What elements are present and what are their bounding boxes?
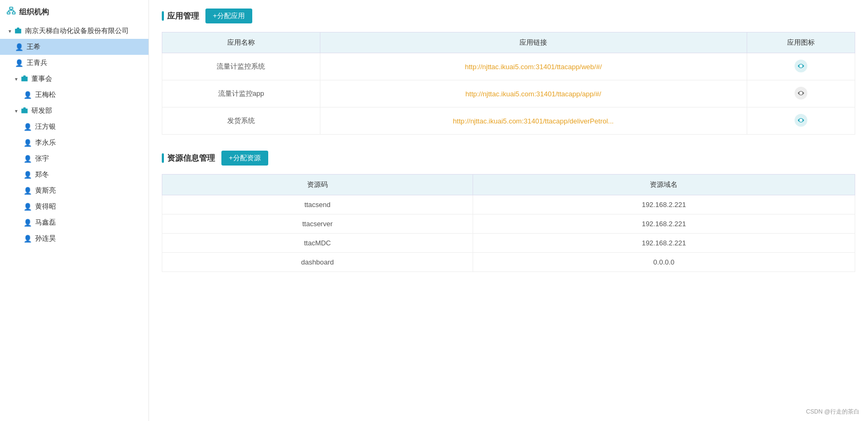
arrow-icon: ▾ [15, 76, 18, 82]
sidebar-item-zhengdong[interactable]: 👤 郑冬 [0, 167, 148, 183]
resource-management-title: 资源信息管理 [162, 153, 215, 163]
arrow-icon: ▾ [9, 28, 11, 34]
user-label: 汪方银 [35, 122, 56, 131]
col-app-icon: 应用图标 [747, 32, 855, 53]
sidebar-item-huangdezhao[interactable]: 👤 黄得昭 [0, 199, 148, 214]
org-label: 董事会 [31, 74, 52, 84]
sidebar-item-zhangyu[interactable]: 👤 张宇 [0, 151, 148, 167]
sidebar: 组织机构 ▾ 南京天梯自动化设备股份有限公司 👤 王希 👤 王青兵 ▾ 董事会 … [0, 0, 149, 421]
app-management-title: 应用管理 [162, 11, 199, 21]
resource-management-header: 资源信息管理 +分配资源 [162, 151, 855, 166]
svg-rect-2 [12, 12, 15, 14]
sidebar-item-wangmeisong[interactable]: 👤 王梅松 [0, 87, 148, 103]
col-app-link: 应用链接 [320, 32, 747, 53]
building-icon [14, 27, 22, 36]
org-icon [21, 75, 28, 84]
app-table-header-row: 应用名称 应用链接 应用图标 [162, 32, 855, 53]
assign-app-button[interactable]: +分配应用 [205, 9, 252, 23]
company-name: 南京天梯自动化设备股份有限公司 [25, 26, 129, 36]
user-icon: 👤 [23, 187, 32, 195]
user-label: 王青兵 [27, 58, 47, 68]
user-icon: 👤 [15, 43, 23, 51]
resource-domain-cell: 192.168.2.221 [473, 234, 855, 253]
user-label: 王梅松 [35, 90, 56, 100]
app-name-cell: 发货系统 [162, 108, 320, 135]
app-name-cell: 流量计监控app [162, 80, 320, 108]
resource-domain-cell: 192.168.2.221 [473, 214, 855, 234]
app-icon-img [793, 86, 808, 101]
resource-table-header-row: 资源码 资源域名 [162, 175, 855, 195]
org-header-icon [6, 6, 16, 18]
app-icon-img [793, 59, 808, 73]
resource-domain-cell: 0.0.0.0 [473, 253, 855, 272]
user-label: 张宇 [35, 154, 49, 163]
app-icon-cell [747, 53, 855, 80]
watermark: CSDN @行走的茶白 [806, 408, 859, 416]
sidebar-title: 组织机构 [19, 7, 49, 17]
table-row: ttacMDC 192.168.2.221 [162, 234, 855, 253]
app-icon-cell [747, 80, 855, 108]
col-app-name: 应用名称 [162, 32, 320, 53]
assign-resource-button[interactable]: +分配资源 [221, 151, 268, 166]
sidebar-item-wangfangyin[interactable]: 👤 汪方银 [0, 119, 148, 135]
resource-code-cell: ttacMDC [162, 234, 473, 253]
table-row: 流量计监控系统 http://njttac.ikuai5.com:31401/t… [162, 53, 855, 80]
svg-point-11 [799, 64, 803, 68]
sidebar-item-liyongle[interactable]: 👤 李永乐 [0, 135, 148, 151]
sidebar-item-sunlianhao[interactable]: 👤 孙连昊 [0, 230, 148, 246]
main-content: 应用管理 +分配应用 应用名称 应用链接 应用图标 流量计监控系统 http:/… [149, 0, 868, 421]
resource-management-table: 资源码 资源域名 ttacsend 192.168.2.221 ttacserv… [162, 174, 855, 272]
user-icon: 👤 [23, 155, 32, 163]
user-label: 李永乐 [35, 138, 56, 147]
table-row: ttacserver 192.168.2.221 [162, 214, 855, 234]
user-label: 郑冬 [35, 170, 49, 179]
org-label: 研发部 [31, 106, 52, 115]
user-label: 王希 [27, 42, 40, 52]
user-icon: 👤 [23, 123, 32, 131]
sidebar-item-wangxi[interactable]: 👤 王希 [0, 39, 148, 55]
col-resource-code: 资源码 [162, 175, 473, 195]
sidebar-item-dongshihui[interactable]: ▾ 董事会 [0, 71, 148, 87]
svg-rect-1 [7, 12, 10, 14]
sidebar-item-yanfabu[interactable]: ▾ 研发部 [0, 103, 148, 119]
app-link-text[interactable]: http://njttac.ikuai5.com:31401/ttacapp/d… [453, 117, 614, 125]
svg-point-15 [799, 119, 803, 122]
user-icon: 👤 [23, 91, 32, 99]
org-icon [21, 106, 28, 115]
app-management-header: 应用管理 +分配应用 [162, 9, 855, 23]
user-label: 黄得昭 [35, 202, 56, 211]
table-row: 发货系统 http://njttac.ikuai5.com:31401/ttac… [162, 108, 855, 135]
user-icon: 👤 [23, 139, 32, 147]
sidebar-item-wangqingbing[interactable]: 👤 王青兵 [0, 55, 148, 71]
app-icon-cell [747, 108, 855, 135]
arrow-icon: ▾ [15, 108, 18, 114]
sidebar-item-maxinlei[interactable]: 👤 马鑫磊 [0, 214, 148, 230]
col-resource-domain: 资源域名 [473, 175, 855, 195]
app-management-table: 应用名称 应用链接 应用图标 流量计监控系统 http://njttac.iku… [162, 32, 855, 135]
svg-rect-7 [15, 29, 21, 34]
resource-domain-cell: 192.168.2.221 [473, 195, 855, 214]
user-icon: 👤 [15, 59, 23, 67]
table-row: 流量计监控app http://njttac.ikuai5.com:31401/… [162, 80, 855, 108]
resource-code-cell: dashboard [162, 253, 473, 272]
tree-company[interactable]: ▾ 南京天梯自动化设备股份有限公司 [0, 23, 148, 39]
app-link-cell: http://njttac.ikuai5.com:31401/ttacapp/d… [320, 108, 747, 135]
app-icon-img [793, 113, 808, 128]
svg-point-13 [799, 92, 803, 95]
table-row: dashboard 0.0.0.0 [162, 253, 855, 272]
user-label: 马鑫磊 [35, 218, 56, 227]
app-name-cell: 流量计监控系统 [162, 53, 320, 80]
svg-rect-9 [21, 109, 28, 113]
sidebar-item-huangsiliang[interactable]: 👤 黄斯亮 [0, 183, 148, 199]
user-icon: 👤 [23, 171, 32, 179]
app-link-cell: http://njttac.ikuai5.com:31401/ttacapp/a… [320, 80, 747, 108]
app-link-text[interactable]: http://njttac.ikuai5.com:31401/ttacapp/w… [465, 63, 602, 71]
svg-rect-8 [21, 77, 28, 81]
user-icon: 👤 [23, 203, 32, 211]
resource-code-cell: ttacsend [162, 195, 473, 214]
app-link-text[interactable]: http://njttac.ikuai5.com:31401/ttacapp/a… [466, 90, 601, 98]
table-row: ttacsend 192.168.2.221 [162, 195, 855, 214]
user-label: 黄斯亮 [35, 186, 56, 195]
resource-code-cell: ttacserver [162, 214, 473, 234]
svg-rect-0 [10, 7, 13, 10]
